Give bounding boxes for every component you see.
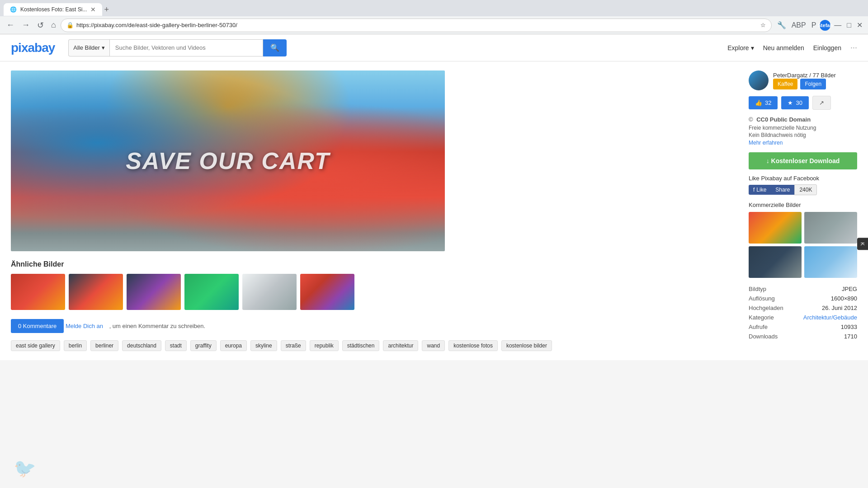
facebook-title: Like Pixabay auf Facebook [749,175,857,182]
tag[interactable]: graffity [190,340,217,351]
comments-button[interactable]: 0 Kommentare [11,319,64,333]
search-input[interactable] [109,39,263,56]
meta-value-aufrufe: 10933 [791,322,857,332]
meta-table: Bildtyp JPEG Auflösung 1600×890 Hochgela… [749,284,857,341]
download-button[interactable]: ↓ Kostenloser Download [749,152,857,169]
meta-label-aufrufe: Aufrufe [749,322,791,332]
commercial-thumb-4[interactable] [804,246,857,278]
tag[interactable]: skyline [250,340,277,351]
tags-area: east side galleryberlinberlinerdeutschla… [11,340,740,351]
tag[interactable]: architektur [383,340,418,351]
site-header: pixabay Alle Bilder ▾ 🔍 Explore ▾ Neu an… [0,34,868,61]
search-input-wrap: 🔍 [109,39,287,56]
similar-thumb-6[interactable] [300,274,354,310]
tag[interactable]: kostenlose fotos [448,340,498,351]
share-button[interactable]: ↗ [812,96,831,110]
more-options-button[interactable]: ··· [850,43,857,52]
similar-thumb-5[interactable] [242,274,297,310]
bookmark-icon[interactable]: ☆ [760,22,766,28]
minimize-button[interactable]: — [832,19,843,31]
star-button[interactable]: ★ 30 [781,96,808,109]
active-tab[interactable]: 🌐 Kostenloses Foto: East Si... ✕ [4,3,102,16]
star-icon: ★ [788,99,793,106]
thumbs-up-icon: 👍 [755,99,762,106]
tag[interactable]: berliner [90,340,118,351]
license-icon-title: © CC0 Public Domain [749,116,857,123]
tag[interactable]: deutschland [122,340,161,351]
tag[interactable]: republik [310,340,339,351]
author-avatar[interactable] [749,70,769,90]
nav-bar: ← → ↺ ⌂ 🔒 ☆ 🔧 ABP P Stefan — □ ✕ [0,16,868,34]
address-bar[interactable]: 🔒 ☆ [61,19,772,32]
tag[interactable]: stadt [165,340,187,351]
tag[interactable]: kostenlose bilder [501,340,552,351]
reload-button[interactable]: ↺ [34,19,47,32]
abp-button[interactable]: ABP [790,19,808,31]
search-area: Alle Bilder ▾ 🔍 [68,39,287,56]
home-button[interactable]: ⌂ [48,19,59,32]
tag[interactable]: straße [281,340,306,351]
meta-row-kategorie: Kategorie Architektur/Gebäude [749,313,857,322]
tag[interactable]: europa [220,340,247,351]
action-row: 👍 32 ★ 30 ↗ [749,96,857,110]
tab-close-button[interactable]: ✕ [90,6,96,13]
similar-thumb-3[interactable] [127,274,181,310]
author-buttons: Kaffee Folgen [773,79,836,89]
melde-dich-link[interactable]: Melde Dich an [66,323,103,329]
facebook-share-button[interactable]: Share [771,185,794,195]
pinterest-button[interactable]: P [810,19,818,31]
folgen-button[interactable]: Folgen [800,79,826,89]
kaffee-button[interactable]: Kaffee [773,79,797,89]
category-select[interactable]: Alle Bilder ▾ [68,39,109,56]
meta-label-kategorie: Kategorie [749,313,791,322]
url-input[interactable] [76,22,758,28]
explore-button[interactable]: Explore ▾ [727,44,754,52]
tag[interactable]: berlin [64,340,87,351]
tag[interactable]: wand [422,340,445,351]
meta-value-kategorie-link[interactable]: Architektur/Gebäude [803,314,857,321]
meta-label-aufloesung: Auflösung [749,294,791,303]
image-section: SAVE OUR CART Ähnliche Bilder 0 Kommenta… [11,70,740,351]
similar-thumb-1[interactable] [11,274,65,310]
extensions-button[interactable]: 🔧 [775,19,788,31]
kontrast-button[interactable]: K [857,238,868,250]
mehr-erfahren-link[interactable]: Mehr erfahren [749,140,783,146]
commercial-section: Kommerzielle Bilder [749,202,857,278]
license-detail-1: Freie kommerzielle Nutzung [749,125,857,131]
author-row: PeterDargatz / 77 Bilder Kaffee Folgen [749,70,857,90]
similar-thumb-2[interactable] [69,274,123,310]
author-name: PeterDargatz / 77 Bilder [773,72,836,79]
forward-button[interactable]: → [19,19,33,32]
sidebar: PeterDargatz / 77 Bilder Kaffee Folgen 👍… [749,70,857,351]
user-avatar[interactable]: Stefan [820,20,830,31]
similar-section: Ähnliche Bilder [11,260,740,310]
meta-row-hochgeladen: Hochgeladen 26. Juni 2012 [749,303,857,313]
license-detail-2: Kein Bildnachweis nötig [749,132,857,138]
commercial-thumb-2[interactable] [804,212,857,244]
tag[interactable]: städtischen [342,340,380,351]
login-button[interactable]: Einloggen [813,44,841,52]
meta-label-downloads: Downloads [749,332,791,341]
facebook-icon: f [753,187,755,193]
lock-icon: 🔒 [66,22,74,28]
like-button[interactable]: 👍 32 [749,96,778,109]
meta-label-bildtyp: Bildtyp [749,284,791,294]
commercial-thumb-1[interactable] [749,212,802,244]
search-button[interactable]: 🔍 [263,39,287,56]
new-tab-button[interactable]: + [104,5,109,14]
back-button[interactable]: ← [4,19,17,32]
tag[interactable]: east side gallery [11,340,60,351]
watermark-bird-icon: 🐦 [14,458,36,479]
close-window-button[interactable]: ✕ [855,19,864,31]
browser-chrome: 🌐 Kostenloses Foto: East Si... ✕ + ← → ↺… [0,0,868,34]
register-button[interactable]: Neu anmelden [763,44,804,52]
facebook-like-button[interactable]: f Like [749,185,771,195]
similar-thumb-4[interactable] [184,274,239,310]
maximize-button[interactable]: □ [845,19,853,31]
meta-row-aufrufe: Aufrufe 10933 [749,322,857,332]
like-count: 32 [765,99,771,106]
author-info: PeterDargatz / 77 Bilder Kaffee Folgen [773,72,836,89]
site-logo[interactable]: pixabay [11,41,55,55]
commercial-thumb-3[interactable] [749,246,802,278]
meta-value-bildtyp: JPEG [791,284,857,294]
